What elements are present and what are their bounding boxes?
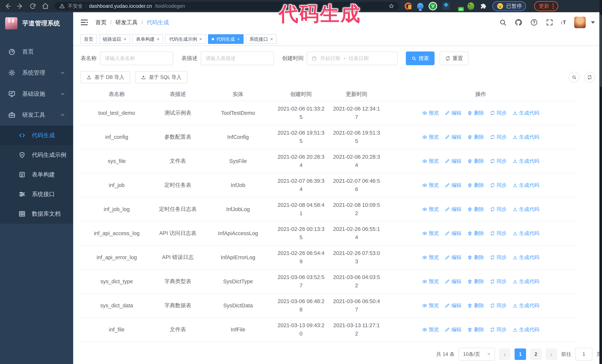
extension-switch-icon[interactable]: on [455, 3, 462, 10]
extension-v-icon[interactable]: V [429, 2, 437, 10]
action-sync[interactable]: 同步 [490, 110, 507, 116]
table-row[interactable]: sys_dict_data 字典数据表 SysDictData 2021-03-… [81, 294, 577, 318]
table-row[interactable]: sys_dict_type 字典类型表 SysDictType 2021-03-… [81, 270, 577, 294]
action-preview[interactable]: 预览 [422, 206, 439, 213]
action-sync[interactable]: 同步 [490, 230, 507, 237]
table-name-input[interactable] [100, 52, 173, 65]
action-sync[interactable]: 同步 [490, 158, 507, 164]
action-delete[interactable]: 删除 [467, 326, 484, 333]
action-edit[interactable]: 编辑 [445, 254, 462, 261]
url-path[interactable]: /tool/codegen [155, 3, 185, 9]
action-preview[interactable]: 预览 [422, 110, 439, 116]
action-generate-code[interactable]: 生成代码 [513, 158, 539, 164]
home-icon[interactable] [42, 3, 49, 10]
action-edit[interactable]: 编辑 [445, 182, 462, 188]
security-warning-icon[interactable] [59, 3, 65, 9]
tab-tracing[interactable]: 链路追踪× [99, 34, 130, 44]
action-edit[interactable]: 编辑 [445, 206, 462, 213]
sidebar-subitem-codegen[interactable]: 代码生成 [0, 125, 73, 145]
breadcrumb-item[interactable]: 首页 [95, 19, 107, 26]
forward-icon[interactable] [17, 3, 24, 10]
action-generate-code[interactable]: 生成代码 [513, 134, 539, 140]
action-delete[interactable]: 删除 [467, 158, 484, 164]
extension-bulb-icon[interactable] [417, 3, 423, 9]
action-sync[interactable]: 同步 [490, 134, 507, 140]
action-delete[interactable]: 删除 [467, 206, 484, 213]
table-row[interactable]: inf_file 文件表 InfFile 2021-03-13 09:43:20… [81, 318, 577, 342]
action-generate-code[interactable]: 生成代码 [513, 206, 539, 213]
action-sync[interactable]: 同步 [490, 278, 507, 285]
action-delete[interactable]: 删除 [467, 302, 484, 309]
action-sync[interactable]: 同步 [490, 254, 507, 261]
action-preview[interactable]: 预览 [422, 134, 439, 140]
sidebar-subitem-db-doc[interactable]: 数据库文档 [0, 204, 73, 224]
table-row[interactable]: inf_job 定时任务表 InfJob 2021-02-07 06:39:34… [81, 173, 577, 197]
extension-diamond-icon[interactable] [442, 2, 450, 10]
action-edit[interactable]: 编辑 [445, 158, 462, 164]
start-date-placeholder[interactable]: 开始日期 [320, 55, 340, 62]
tab-codegen[interactable]: 代码生成× [208, 34, 244, 44]
action-preview[interactable]: 预览 [422, 230, 439, 237]
refresh-table-button[interactable] [584, 72, 595, 83]
action-edit[interactable]: 编辑 [445, 278, 462, 285]
action-edit[interactable]: 编辑 [445, 110, 462, 116]
action-sync[interactable]: 同步 [490, 326, 507, 333]
breadcrumb-item[interactable]: 研发工具 [115, 19, 138, 26]
github-icon[interactable] [515, 19, 522, 26]
search-icon[interactable] [499, 19, 507, 26]
table-row[interactable]: inf_job_log 定时任务日志表 InfJobLog 2021-02-08… [81, 197, 577, 221]
action-sync[interactable]: 同步 [490, 206, 507, 213]
avatar-caret-icon[interactable] [591, 21, 595, 24]
action-delete[interactable]: 删除 [467, 254, 484, 261]
end-date-placeholder[interactable]: 结束日期 [349, 55, 369, 62]
action-delete[interactable]: 删除 [467, 182, 484, 188]
action-sync[interactable]: 同步 [490, 302, 507, 309]
security-label[interactable]: 不安全 [68, 3, 83, 10]
action-edit[interactable]: 编辑 [445, 302, 462, 309]
reload-icon[interactable] [29, 3, 36, 10]
table-row[interactable]: inf_api_error_log API 错误日志 InfApiErrorLo… [81, 246, 577, 270]
goto-page-input[interactable] [575, 348, 592, 361]
action-delete[interactable]: 删除 [467, 110, 484, 116]
tab-system-api[interactable]: 系统接口× [246, 34, 277, 44]
tab-close-icon[interactable]: × [157, 37, 160, 42]
bookmark-star-icon[interactable] [389, 3, 394, 9]
help-icon[interactable] [530, 19, 538, 26]
font-size-icon[interactable]: tT [561, 19, 566, 26]
action-generate-code[interactable]: 生成代码 [513, 110, 539, 116]
import-sql-button[interactable]: 基于 SQL 导入 [135, 71, 187, 83]
action-generate-code[interactable]: 生成代码 [513, 182, 539, 188]
tab-close-icon[interactable]: × [199, 37, 202, 42]
table-row[interactable]: inf_config 参数配置表 InfConfig 2021-02-06 19… [81, 125, 577, 149]
extension-orange-icon[interactable] [405, 2, 412, 10]
sidebar-subitem-form-builder[interactable]: 表单构建 [0, 165, 73, 184]
back-icon[interactable] [4, 3, 11, 10]
action-edit[interactable]: 编辑 [445, 230, 462, 237]
page-button-1[interactable]: 1 [515, 348, 526, 360]
page-button-2[interactable]: 2 [530, 348, 542, 360]
tab-home[interactable]: 首页 [80, 34, 97, 44]
action-sync[interactable]: 同步 [490, 182, 507, 188]
url-host[interactable]: dashboard.yudao.iocoder.cn [89, 3, 152, 9]
sidebar-item-system[interactable]: 系统管理 [0, 62, 73, 83]
sidebar-subitem-codegen-example[interactable]: 代码生成示例 [0, 145, 73, 165]
page-size-select[interactable]: 10条/页 [459, 348, 495, 361]
action-preview[interactable]: 预览 [422, 302, 439, 309]
table-desc-input[interactable] [201, 52, 274, 65]
table-row[interactable]: sys_file 文件表 SysFile 2021-02-06 20:28:34… [81, 149, 577, 173]
toggle-search-button[interactable] [569, 72, 580, 83]
sidebar-item-home[interactable]: 首页 [0, 41, 73, 62]
scrollbar-thumb[interactable] [600, 14, 602, 87]
action-edit[interactable]: 编辑 [445, 326, 462, 333]
fullscreen-icon[interactable] [546, 19, 553, 26]
avatar[interactable] [574, 17, 586, 28]
next-page-button[interactable]: › [546, 348, 557, 360]
tab-close-icon[interactable]: × [270, 37, 273, 42]
sidebar-subitem-api[interactable]: 系统接口 [0, 184, 73, 204]
action-preview[interactable]: 预览 [422, 278, 439, 285]
action-preview[interactable]: 预览 [422, 326, 439, 333]
tab-close-icon[interactable]: × [237, 37, 240, 42]
action-generate-code[interactable]: 生成代码 [513, 254, 539, 261]
prev-page-button[interactable]: ‹ [499, 348, 510, 360]
action-generate-code[interactable]: 生成代码 [513, 302, 539, 309]
